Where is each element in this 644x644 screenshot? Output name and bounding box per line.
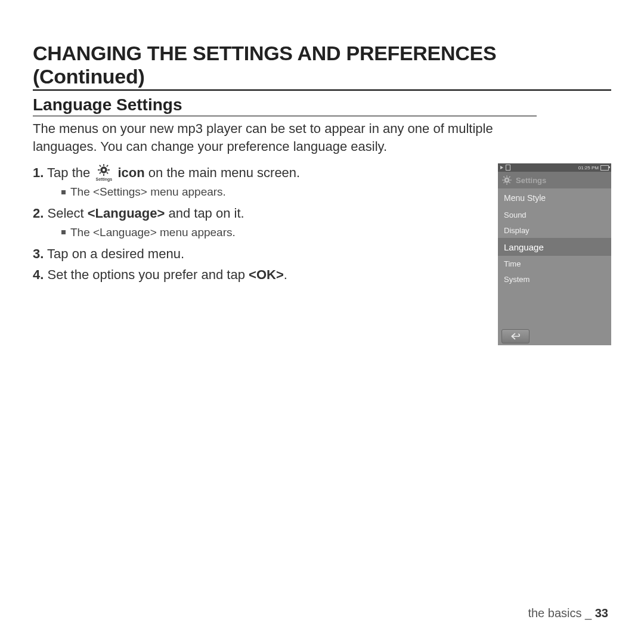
svg-point-1 <box>103 169 105 171</box>
svg-rect-18 <box>509 177 510 178</box>
svg-rect-3 <box>103 174 104 177</box>
page-heading: CHANGING THE SETTINGS AND PREFERENCES (C… <box>33 42 611 91</box>
step-text: and tap on it. <box>165 206 244 221</box>
settings-menu: Menu Style Sound Display Language Time S… <box>498 188 611 287</box>
battery-icon <box>600 165 609 171</box>
icon-caption: Settings <box>94 177 114 181</box>
page-footer: the basics _ 33 <box>528 606 608 620</box>
svg-rect-19 <box>503 182 505 184</box>
clock-text: 01:25 PM <box>578 165 599 171</box>
play-icon <box>500 166 503 169</box>
step-1-sub: The <Settings> menu appears. <box>61 185 486 199</box>
svg-rect-8 <box>106 165 109 168</box>
step-text-bold: <OK> <box>249 267 284 282</box>
settings-icon: Settings <box>94 163 114 181</box>
section-heading: Language Settings <box>33 95 537 116</box>
back-arrow-icon <box>510 332 521 340</box>
screen-title-bar: Settings <box>498 172 611 188</box>
step-text: Select <box>47 206 87 221</box>
step-2-sub: The <Language> menu appears. <box>61 226 486 239</box>
screen-title: Settings <box>516 176 546 185</box>
menu-item-time[interactable]: Time <box>498 256 611 271</box>
svg-rect-17 <box>509 182 510 184</box>
back-button[interactable] <box>501 329 530 343</box>
step-number: 4. <box>33 267 44 282</box>
step-text: Tap the <box>47 165 94 180</box>
menu-item-sound[interactable]: Sound <box>498 207 611 222</box>
status-bar: 01:25 PM <box>498 163 611 172</box>
menu-item-language[interactable]: Language <box>498 238 611 256</box>
svg-rect-9 <box>99 172 101 174</box>
svg-rect-5 <box>108 169 110 171</box>
svg-rect-16 <box>503 177 505 178</box>
svg-rect-6 <box>99 165 101 168</box>
bullet-icon <box>61 230 66 234</box>
intro-paragraph: The menus on your new mp3 player can be … <box>33 120 537 155</box>
step-text: Tap on a desired menu. <box>47 246 184 261</box>
step-number: 2. <box>33 206 44 221</box>
step-number: 3. <box>33 246 44 261</box>
step-2: 2. Select <Language> and tap on it. <box>33 205 486 222</box>
svg-rect-14 <box>502 180 504 181</box>
step-text: . <box>284 267 287 282</box>
svg-point-11 <box>506 179 507 181</box>
footer-sep: _ <box>582 606 595 620</box>
steps-list: 1. Tap the <box>33 163 498 287</box>
status-indicator <box>506 165 510 171</box>
step-text-bold: <Language> <box>88 206 165 221</box>
svg-rect-2 <box>103 164 104 166</box>
menu-item-display[interactable]: Display <box>498 222 611 238</box>
sub-text: The <Settings> menu appears. <box>70 185 226 199</box>
svg-rect-13 <box>506 184 507 185</box>
step-text: Set the options you prefer and tap <box>47 267 249 282</box>
menu-item-system[interactable]: System <box>498 271 611 287</box>
footer-section: the basics <box>528 606 581 620</box>
step-3: 3. Tap on a desired menu. <box>33 245 486 263</box>
sub-text: The <Language> menu appears. <box>70 226 236 239</box>
step-4: 4. Set the options you prefer and tap <O… <box>33 266 486 284</box>
step-text: on the main menu screen. <box>145 165 300 180</box>
gear-icon <box>501 175 512 185</box>
step-number: 1. <box>33 165 44 180</box>
svg-rect-4 <box>98 169 100 171</box>
svg-rect-15 <box>510 180 512 181</box>
step-text-bold: icon <box>117 165 144 180</box>
menu-item-menu-style[interactable]: Menu Style <box>498 188 611 207</box>
svg-rect-12 <box>506 176 507 178</box>
step-1: 1. Tap the <box>33 163 486 182</box>
svg-rect-7 <box>106 172 109 174</box>
device-screenshot: 01:25 PM <box>498 163 611 345</box>
bottom-bar <box>498 327 611 345</box>
page-number: 33 <box>595 606 608 620</box>
bullet-icon <box>61 190 66 194</box>
